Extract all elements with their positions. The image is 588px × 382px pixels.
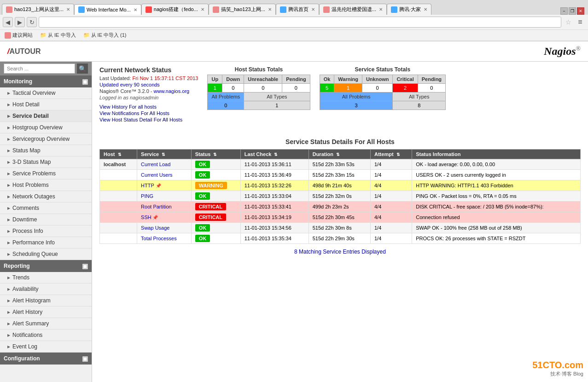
cell-service[interactable]: SSH 📌 bbox=[137, 212, 192, 223]
svc-val-critical[interactable]: 2 bbox=[393, 84, 418, 93]
sidebar-item-status-map[interactable]: Status Map bbox=[0, 145, 92, 156]
monitoring-section-header[interactable]: Monitoring ▣ bbox=[0, 75, 92, 87]
service-link[interactable]: Total Processes bbox=[141, 236, 177, 241]
cell-service[interactable]: Current Users bbox=[137, 170, 192, 180]
svc-col-pending[interactable]: Pending bbox=[418, 75, 445, 84]
sidebar-item-availability[interactable]: Availability bbox=[0, 284, 92, 295]
cell-service[interactable]: Root Partition bbox=[137, 202, 192, 212]
search-input[interactable] bbox=[4, 64, 75, 74]
host-all-problems[interactable]: All Problems bbox=[208, 93, 244, 101]
sidebar-item-event-log[interactable]: Event Log bbox=[0, 341, 92, 353]
host-types-val[interactable]: 1 bbox=[244, 101, 310, 110]
service-link[interactable]: Current Users bbox=[141, 172, 172, 178]
back-button[interactable]: ◀ bbox=[3, 17, 13, 27]
service-link[interactable]: SSH bbox=[141, 214, 151, 220]
sidebar-item-downtime[interactable]: Downtime bbox=[0, 214, 92, 226]
host-val-up[interactable]: 1 bbox=[208, 84, 222, 93]
host-col-unreachable[interactable]: Unreachable bbox=[244, 75, 282, 84]
host-val-down[interactable]: 0 bbox=[222, 84, 244, 93]
view-notifications-link[interactable]: View Notifications For All Hosts bbox=[99, 110, 198, 116]
svc-all-problems[interactable]: All Problems bbox=[320, 93, 393, 101]
reload-button[interactable]: ↻ bbox=[27, 17, 37, 27]
sidebar-item-network-outages[interactable]: Network Outages bbox=[0, 191, 92, 203]
host-col-down[interactable]: Down bbox=[222, 75, 244, 84]
cell-status[interactable]: OK bbox=[191, 159, 240, 170]
bookmark-ie1[interactable]: 📁 从 IE 中导入 bbox=[38, 31, 78, 40]
sidebar-item-alert-summary[interactable]: Alert Summary bbox=[0, 318, 92, 330]
tab-tencent[interactable]: 腾讯首页 ✕ bbox=[276, 4, 319, 15]
tab-nagios[interactable]: Web Interface Mo... ✕ bbox=[74, 4, 141, 15]
forward-button[interactable]: ▶ bbox=[15, 17, 25, 27]
cell-status[interactable]: OK bbox=[191, 191, 240, 202]
cell-host[interactable]: localhost bbox=[100, 159, 137, 170]
svc-problems-val[interactable]: 3 bbox=[320, 101, 393, 110]
sidebar-item-service-detail[interactable]: Service Detail bbox=[0, 110, 92, 122]
sidebar-item-performance-info[interactable]: Performance Info bbox=[0, 237, 92, 249]
svc-val-ok[interactable]: 5 bbox=[320, 84, 334, 93]
cell-service[interactable]: PING bbox=[137, 191, 192, 202]
reporting-section-header[interactable]: Reporting ▣ bbox=[0, 260, 92, 272]
svc-col-unknown[interactable]: Unknown bbox=[362, 75, 393, 84]
col-attempt[interactable]: Attempt ⇅ bbox=[371, 150, 412, 159]
address-bar[interactable]: 192.168.23.128/nagios/ bbox=[39, 17, 561, 28]
tab-hao123[interactable]: hao123_上网从这里... ✕ bbox=[2, 4, 74, 15]
sidebar-item-host-problems[interactable]: Host Problems bbox=[0, 179, 92, 191]
service-link[interactable]: HTTP bbox=[141, 183, 154, 188]
host-all-types[interactable]: All Types bbox=[244, 93, 310, 101]
cell-service[interactable]: HTTP 📌 bbox=[137, 180, 192, 191]
host-problems-val[interactable]: 0 bbox=[208, 101, 244, 110]
cell-service[interactable]: Swap Usage bbox=[137, 223, 192, 233]
svc-types-val[interactable]: 8 bbox=[393, 101, 446, 110]
cell-status[interactable]: WARNING bbox=[191, 180, 240, 191]
sidebar-item-host-detail[interactable]: Host Detail bbox=[0, 99, 92, 110]
bookmark-suggest[interactable]: 建议网站 bbox=[3, 31, 35, 40]
search-button[interactable]: 🔍 bbox=[77, 64, 88, 74]
svc-val-unknown[interactable]: 0 bbox=[362, 84, 393, 93]
service-link[interactable]: Current Load bbox=[141, 162, 170, 167]
tab-tencent2[interactable]: 腾讯·大家 ✕ bbox=[387, 4, 431, 15]
sidebar-item-alert-histogram[interactable]: Alert Histogram bbox=[0, 295, 92, 307]
tab-nagios-setup[interactable]: nagios搭建（fedo... ✕ bbox=[141, 4, 209, 15]
service-link[interactable]: PING bbox=[141, 193, 153, 199]
view-host-status-link[interactable]: View Host Status Detail For All Hosts bbox=[99, 117, 198, 122]
svc-col-ok[interactable]: Ok bbox=[320, 75, 334, 84]
monitoring-toggle[interactable]: ▣ bbox=[82, 78, 88, 85]
sidebar-item-servicegroup-overview[interactable]: Servicegroup Overview bbox=[0, 133, 92, 145]
col-host[interactable]: Host ⇅ bbox=[100, 150, 137, 159]
sidebar-item-alert-history[interactable]: Alert History bbox=[0, 307, 92, 318]
cell-status[interactable]: OK bbox=[191, 223, 240, 233]
svc-val-warning[interactable]: 1 bbox=[334, 84, 362, 93]
col-last-check[interactable]: Last Check ⇅ bbox=[240, 150, 309, 159]
sidebar-item-comments[interactable]: Comments bbox=[0, 203, 92, 214]
reporting-toggle[interactable]: ▣ bbox=[82, 262, 88, 270]
cell-status[interactable]: OK bbox=[191, 233, 240, 244]
svc-col-critical[interactable]: Critical bbox=[393, 75, 418, 84]
host-link[interactable]: localhost bbox=[104, 162, 126, 167]
cell-status[interactable]: OK bbox=[191, 170, 240, 180]
svc-val-pending[interactable]: 0 bbox=[418, 84, 445, 93]
browser-menu[interactable]: ≡ bbox=[575, 17, 585, 27]
svc-all-types[interactable]: All Types bbox=[393, 93, 446, 101]
sidebar-item-trends[interactable]: Trends bbox=[0, 272, 92, 284]
cell-service[interactable]: Total Processes bbox=[137, 233, 192, 244]
host-val-unreachable[interactable]: 0 bbox=[244, 84, 282, 93]
sidebar-item-tactical-overview[interactable]: Tactical Overview bbox=[0, 87, 92, 99]
tab-gaoxiao[interactable]: 搞笑_hao123上网... ✕ bbox=[209, 4, 276, 15]
sidebar-item-3d-status-map[interactable]: 3-D Status Map bbox=[0, 156, 92, 168]
col-duration[interactable]: Duration ⇅ bbox=[309, 150, 370, 159]
cell-status[interactable]: CRITICAL bbox=[191, 212, 240, 223]
svc-col-warning[interactable]: Warning bbox=[334, 75, 362, 84]
sidebar-item-hostgroup-overview[interactable]: Hostgroup Overview bbox=[0, 122, 92, 133]
restore-button[interactable]: ❐ bbox=[569, 7, 576, 15]
cell-service[interactable]: Current Load bbox=[137, 159, 192, 170]
host-val-pending[interactable]: 0 bbox=[282, 84, 310, 93]
col-service[interactable]: Service ⇅ bbox=[137, 150, 192, 159]
col-status[interactable]: Status ⇅ bbox=[191, 150, 240, 159]
view-history-link[interactable]: View History For all hosts bbox=[99, 104, 198, 110]
service-link[interactable]: Swap Usage bbox=[141, 225, 169, 231]
bookmark-ie2[interactable]: 📁 从 IE 中导入 (1) bbox=[82, 31, 128, 40]
host-col-pending[interactable]: Pending bbox=[282, 75, 310, 84]
tab-wenzhao[interactable]: 温兆伦吐槽爱国遗... ✕ bbox=[319, 4, 387, 15]
close-button[interactable]: ✕ bbox=[577, 7, 584, 15]
service-link[interactable]: Root Partition bbox=[141, 204, 172, 209]
